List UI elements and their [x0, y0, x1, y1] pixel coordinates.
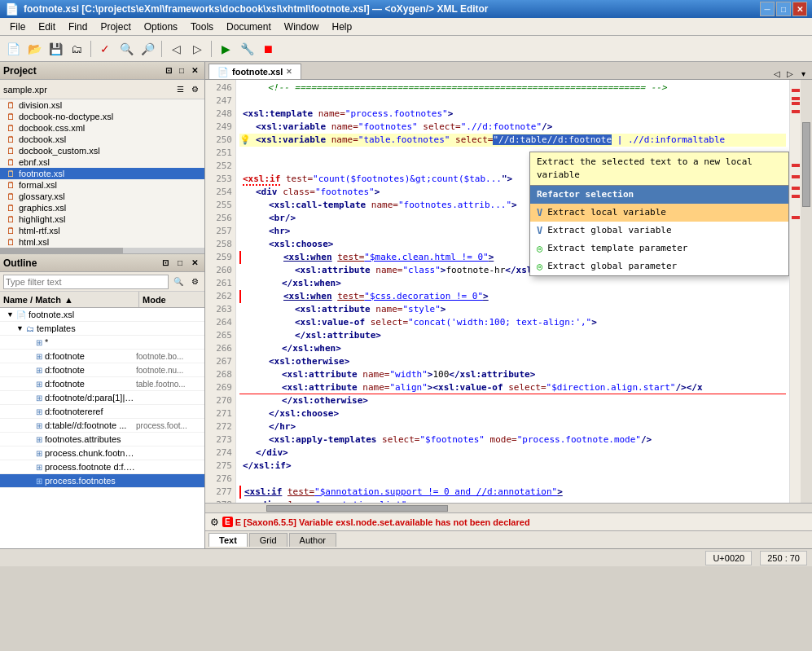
outline-maximize-button[interactable]: □ [173, 257, 187, 270]
tab-author[interactable]: Author [289, 533, 336, 547]
horizontal-scrollbar[interactable] [205, 503, 812, 512]
outline-col-name[interactable]: Name / Match ▲ [0, 292, 139, 307]
error-icon: E [222, 517, 233, 527]
project-file-docbook-css[interactable]: 🗒 docbook.css.xml [0, 122, 204, 134]
menu-window[interactable]: Window [278, 20, 326, 34]
error-mark [792, 110, 800, 113]
line-num: 276 [205, 473, 232, 486]
tree-item-star[interactable]: ⊞ * [0, 336, 204, 350]
outline-filter-input[interactable] [3, 275, 169, 289]
sep1 [90, 41, 91, 57]
project-file-docbook-custom[interactable]: 🗒 docbook_custom.xsl [0, 145, 204, 156]
project-file-highlight[interactable]: 🗒 highlight.xsl [0, 213, 204, 225]
main-toolbar: 📄 📂 💾 🗂 ✓ 🔍 🔎 ◁ ▷ ▶ 🔧 ⏹ [0, 36, 812, 62]
tree-item-dfootnoteref[interactable]: ⊞ d:footnotereref [0, 405, 204, 419]
validate-button[interactable]: ✓ [95, 39, 115, 59]
tree-item-templates[interactable]: ▼ 🗂 templates [0, 322, 204, 336]
menu-help[interactable]: Help [326, 20, 359, 34]
h-scroll-thumb[interactable] [266, 505, 449, 512]
outline-settings-button[interactable]: ⚙ [188, 275, 201, 288]
project-file-glossary[interactable]: 🗒 glossary.xsl [0, 191, 204, 202]
menu-options[interactable]: Options [138, 20, 184, 34]
project-file-html-rtf[interactable]: 🗒 html-rtf.xsl [0, 225, 204, 236]
refactor-item-global-var[interactable]: V Extract global variable [530, 222, 788, 240]
code-editor[interactable]: <!-- ===================================… [236, 80, 789, 503]
undo-button[interactable]: ◁ [166, 39, 186, 59]
debug-button[interactable]: 🔧 [237, 39, 257, 59]
tree-item-process-footnotes[interactable]: ⊞ process.footnotes [0, 474, 204, 488]
project-file-html[interactable]: 🗒 html.xsl [0, 236, 204, 248]
save-button[interactable]: 💾 [46, 39, 65, 59]
refactor-item-global-param[interactable]: ◎ Extract global parameter [530, 257, 788, 275]
tree-item-footnotes-attr[interactable]: ⊞ footnotes.attributes [0, 433, 204, 446]
project-restore-button[interactable]: ⊡ [162, 64, 175, 77]
run-button[interactable]: ▶ [216, 39, 235, 59]
format-button[interactable]: 🔍 [116, 39, 136, 59]
project-list-view-button[interactable]: ☰ [173, 83, 187, 96]
scroll-thumb[interactable] [802, 122, 810, 207]
project-file-docbook[interactable]: 🗒 docbook.xsl [0, 134, 204, 145]
project-close-button[interactable]: ✕ [188, 64, 201, 77]
project-file-ebnf[interactable]: 🗒 ebnf.xsl [0, 156, 204, 168]
outline-restore-button[interactable]: ⊡ [159, 257, 172, 270]
tree-item-process-footnote[interactable]: ⊞ process.footnote d:f...process.foot... [0, 460, 204, 474]
bottom-status-bar: ⚙ E E [Saxon6.5.5] Variable exsl.node.se… [205, 512, 812, 530]
editor-tab-bar: 📄 footnote.xsl ✕ ◁ ▷ ▾ [205, 62, 812, 80]
tree-item-dtable-footnote[interactable]: ⊞ d:table//d:footnote ... process.foot..… [0, 419, 204, 433]
refactor-item-local-var[interactable]: V Extract local variable [530, 204, 788, 222]
tree-item-footnote-file[interactable]: ▼ 📄 footnote.xsl [0, 308, 204, 322]
tree-item-dfootnote3[interactable]: ⊞ d:footnote table.footno... [0, 377, 204, 391]
tree-item-dfootnote-para[interactable]: ⊞ d:footnote/d:para[1]|d:footnote/dis... [0, 391, 204, 405]
tab-prev-button[interactable]: ◁ [771, 68, 783, 79]
scroll-track[interactable] [801, 80, 812, 503]
tab-grid[interactable]: Grid [249, 533, 287, 547]
expand-icon[interactable]: ▼ [7, 310, 16, 319]
stop-button[interactable]: ⏹ [258, 39, 278, 59]
project-scroll-thumb[interactable] [0, 248, 123, 253]
open-button[interactable]: 📂 [24, 39, 44, 59]
new-button[interactable]: 📄 [3, 39, 23, 59]
tree-item-dfootnote2[interactable]: ⊞ d:footnote footnote.nu... [0, 363, 204, 377]
menu-tools[interactable]: Tools [184, 20, 220, 34]
tree-item-process-chunk[interactable]: ⊞ process.chunk.footnotes [0, 446, 204, 460]
minimize-button[interactable]: ─ [760, 2, 775, 16]
tree-item-name: process.chunk.footnotes [45, 448, 136, 458]
project-file-graphics[interactable]: 🗒 graphics.xsl [0, 202, 204, 213]
line-num: 269 [205, 381, 232, 394]
maximize-button[interactable]: □ [776, 2, 791, 16]
editor-scrollbar[interactable] [801, 80, 812, 503]
line-num: 265 [205, 329, 232, 342]
refactor-item-template-param[interactable]: ◎ Extract template parameter [530, 240, 788, 257]
project-maximize-button[interactable]: □ [175, 64, 188, 77]
project-root-label[interactable]: sample.xpr [3, 85, 47, 95]
project-file-division[interactable]: 🗒 division.xsl [0, 99, 204, 111]
project-settings-button[interactable]: ⚙ [188, 83, 201, 96]
tab-close-icon[interactable]: ✕ [286, 68, 292, 76]
save-all-button[interactable]: 🗂 [67, 39, 86, 59]
outline-search-button[interactable]: 🔍 [172, 275, 185, 288]
status-warning-icon[interactable]: ⚙ [210, 517, 219, 528]
code-line-270: </xsl:otherwise> [239, 394, 786, 407]
project-scrollbar[interactable] [0, 248, 204, 254]
menu-document[interactable]: Document [220, 20, 278, 34]
line-num: 264 [205, 316, 232, 329]
menu-project[interactable]: Project [94, 20, 137, 34]
menu-file[interactable]: File [3, 20, 32, 34]
tab-text[interactable]: Text [208, 533, 248, 547]
project-file-footnote[interactable]: 🗒 footnote.xsl [0, 168, 204, 179]
project-file-docbook-nodoctype[interactable]: 🗒 docbook-no-doctype.xsl [0, 111, 204, 122]
outline-col-mode[interactable]: Mode [139, 292, 204, 307]
menu-find[interactable]: Find [62, 20, 94, 34]
tree-item-name: * [45, 337, 136, 347]
project-file-formal[interactable]: 🗒 formal.xsl [0, 179, 204, 191]
redo-button[interactable]: ▷ [187, 39, 207, 59]
close-button[interactable]: ✕ [792, 2, 807, 16]
tree-item-dfootnote1[interactable]: ⊞ d:footnote footnote.bo... [0, 350, 204, 363]
search-button[interactable]: 🔎 [138, 39, 157, 59]
outline-close-button[interactable]: ✕ [188, 257, 201, 270]
menu-edit[interactable]: Edit [32, 20, 62, 34]
expand-icon[interactable]: ▼ [16, 324, 26, 332]
editor-tab-footnote[interactable]: 📄 footnote.xsl ✕ [208, 64, 301, 79]
tab-next-button[interactable]: ▷ [784, 68, 796, 79]
tab-list-button[interactable]: ▾ [797, 68, 809, 79]
